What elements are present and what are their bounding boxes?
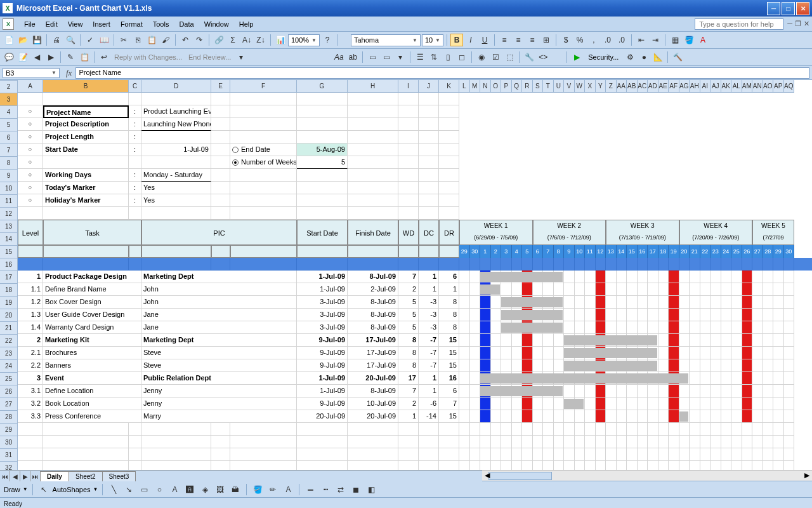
font-color2-icon[interactable]: A [282, 483, 294, 496]
name-box[interactable]: B3▼ [3, 68, 60, 78]
col-header-T[interactable]: T [543, 80, 554, 93]
cut-icon[interactable]: ✂ [117, 34, 130, 46]
toolbar-options-icon[interactable]: ▾ [235, 51, 247, 64]
italic-button[interactable]: I [464, 34, 477, 46]
row-header-19[interactable]: 19 [0, 297, 18, 309]
col-header-AB[interactable]: AB [627, 80, 638, 93]
align-right-icon[interactable]: ≡ [526, 34, 539, 46]
picture-icon[interactable]: 🏔 [229, 483, 242, 496]
radio-icon[interactable]: ◉ [475, 51, 488, 64]
sheet-tab-sheet2[interactable]: Sheet2 [69, 471, 103, 481]
open-icon[interactable]: 📂 [16, 34, 29, 46]
arrow-icon[interactable]: ↘ [122, 483, 135, 496]
row-header-11[interactable]: 11 [0, 195, 18, 208]
bold-button[interactable]: B [450, 34, 463, 46]
col-header-AE[interactable]: AE [658, 80, 669, 93]
fill-icon[interactable]: 🪣 [251, 483, 264, 496]
col-header-N[interactable]: N [480, 80, 491, 93]
borders-icon[interactable]: ▦ [669, 34, 681, 46]
underline-button[interactable]: U [478, 34, 491, 46]
save-icon[interactable]: 💾 [30, 34, 43, 46]
row-header-13[interactable]: 13 [0, 220, 18, 233]
menu-data[interactable]: Data [174, 18, 199, 30]
toggle-icon[interactable]: ⬚ [503, 51, 516, 64]
decimal-inc-icon[interactable]: .0 [601, 34, 614, 46]
comma-icon[interactable]: , [587, 34, 600, 46]
undo-icon[interactable]: ↶ [179, 34, 192, 46]
col-header-X[interactable]: X [585, 80, 596, 93]
line-style-icon[interactable]: ═ [304, 483, 317, 496]
fill-color-icon[interactable]: 🪣 [683, 34, 695, 46]
merge-icon[interactable]: ⊞ [540, 34, 553, 46]
col-header-P[interactable]: P [501, 80, 512, 93]
help-search-input[interactable] [695, 18, 783, 30]
menu-help[interactable]: Help [234, 18, 259, 30]
doc-restore-button[interactable]: ❐ [795, 20, 801, 28]
redo-icon[interactable]: ↷ [193, 34, 206, 46]
row-header-8[interactable]: 8 [0, 157, 18, 170]
paste-icon[interactable]: 📋 [145, 34, 158, 46]
col-header-C[interactable]: C [129, 80, 141, 93]
indent-dec-icon[interactable]: ⇤ [635, 34, 648, 46]
comment-icon[interactable]: 💬 [3, 51, 15, 64]
decimal-dec-icon[interactable]: .0 [615, 34, 628, 46]
sort-desc-icon[interactable]: Z↓ [254, 34, 267, 46]
reply-changes-button[interactable]: Reply with Changes... [112, 53, 185, 61]
copy-icon[interactable]: ⎘ [131, 34, 144, 46]
wordart-icon[interactable]: 🅰 [183, 483, 196, 496]
menu-file[interactable]: File [19, 18, 41, 30]
col-header-Z[interactable]: Z [606, 80, 617, 93]
track-icon[interactable]: 📋 [78, 51, 91, 64]
chart-icon[interactable]: 📊 [274, 34, 287, 46]
tab-next-icon[interactable]: ▶ [20, 471, 30, 481]
col-header-W[interactable]: W [575, 80, 586, 93]
row-header-7[interactable]: 7 [0, 144, 18, 157]
menu-view[interactable]: View [63, 18, 88, 30]
currency-icon[interactable]: $ [560, 34, 572, 46]
maximize-button[interactable]: □ [782, 2, 795, 15]
row-header-14[interactable]: 14 [0, 233, 18, 246]
row-header-22[interactable]: 22 [0, 335, 18, 347]
col-header-AL[interactable]: AL [731, 80, 742, 93]
align-left-icon[interactable]: ≡ [498, 34, 511, 46]
sheet-tab-sheet3[interactable]: Sheet3 [102, 471, 136, 481]
row-header-9[interactable]: 9 [0, 170, 18, 182]
properties-icon[interactable]: 🔧 [523, 51, 535, 64]
checkbox-icon[interactable]: ☑ [489, 51, 502, 64]
oval-icon[interactable]: ○ [153, 483, 166, 496]
clipart-icon[interactable]: 🖼 [214, 483, 226, 496]
font-color-icon[interactable]: A [697, 34, 709, 46]
col-header-Y[interactable]: Y [596, 80, 606, 93]
row-header-25[interactable]: 25 [0, 373, 18, 385]
col-header-AN[interactable]: AN [752, 80, 763, 93]
percent-icon[interactable]: % [573, 34, 586, 46]
col-header-B[interactable]: B [43, 80, 129, 93]
doc-minimize-button[interactable]: ─ [787, 20, 792, 28]
col-header-AP[interactable]: AP [773, 80, 784, 93]
row-header-16[interactable]: 16 [0, 258, 18, 271]
col-header-U[interactable]: U [554, 80, 565, 93]
row-header-15[interactable]: 15 [0, 246, 18, 258]
row-header-31[interactable]: 31 [0, 449, 18, 462]
spinner-icon[interactable]: ⇅ [428, 51, 440, 64]
zoom-combo[interactable]: 100%▼ [288, 34, 320, 46]
show-comment-icon[interactable]: 📝 [16, 51, 29, 64]
combo-icon[interactable]: ▾ [394, 51, 407, 64]
tab-prev-icon[interactable]: ◀ [10, 471, 20, 481]
col-header-AA[interactable]: AA [617, 80, 627, 93]
row-header-10[interactable]: 10 [0, 182, 18, 195]
col-header-M[interactable]: M [470, 80, 481, 93]
group-icon[interactable]: ▭ [366, 51, 379, 64]
col-header-H[interactable]: H [348, 80, 398, 93]
horizontal-scrollbar[interactable]: ⏮ ◀ ▶ ⏭ Daily Sheet2 Sheet3 ▶ ◀ [0, 470, 812, 481]
scroll-left-icon[interactable]: ◀ [485, 471, 490, 479]
col-header-G[interactable]: G [297, 80, 348, 93]
preview-icon[interactable]: 🔍 [64, 34, 77, 46]
menu-window[interactable]: Window [199, 18, 234, 30]
format-painter-icon[interactable]: 🖌 [159, 34, 172, 46]
ungroup-icon[interactable]: ▭ [380, 51, 393, 64]
font-size-combo[interactable]: 10▼ [422, 34, 443, 46]
col-header-AI[interactable]: AI [700, 80, 711, 93]
font-name-combo[interactable]: Tahoma▼ [351, 34, 421, 46]
autoshapes-menu[interactable]: AutoShapes [53, 486, 91, 493]
